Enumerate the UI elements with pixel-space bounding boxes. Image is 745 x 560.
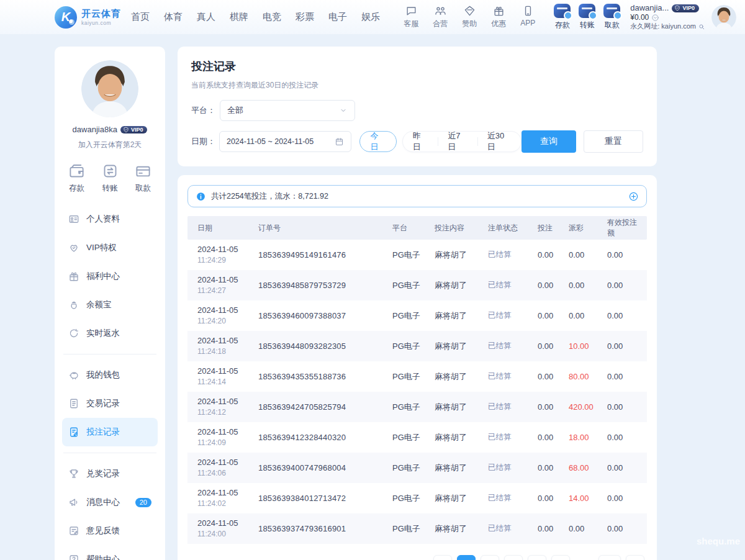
cell-status: 已结算 <box>484 402 534 412</box>
cell-date: 2024-11-0511:24:02 <box>187 487 255 509</box>
table-row[interactable]: 2024-11-0511:24:201853639460097388037PG电… <box>187 300 647 331</box>
table-header-cell: 投注内容 <box>431 223 484 233</box>
cell-order: 1853639374793616901 <box>255 524 389 533</box>
table-header-cell: 平台 <box>389 223 431 233</box>
sidebar-item-label: 余额宝 <box>86 299 112 310</box>
nav-withdraw-card[interactable]: 取款 <box>603 4 620 30</box>
info-icon <box>196 191 206 202</box>
cell-status: 已结算 <box>484 250 534 260</box>
table-row[interactable]: 2024-11-0511:24:061853639400747968004PG电… <box>187 453 647 483</box>
cell-payout: 14.00 <box>565 494 603 503</box>
cell-valid: 0.00 <box>603 281 647 290</box>
nav-diamond[interactable]: 赞助 <box>459 5 479 29</box>
nav-item-棋牌[interactable]: 棋牌 <box>230 11 248 23</box>
sidebar-item-docpen[interactable]: 投注记录 <box>62 418 158 446</box>
nav-people[interactable]: 合营 <box>430 5 450 29</box>
gift-icon <box>68 271 79 282</box>
table-row[interactable]: 2024-11-0511:24:141853639435355188736PG电… <box>187 361 647 392</box>
gift-icon <box>493 5 505 17</box>
cell-order: 1853639485879753729 <box>255 281 389 290</box>
table-row[interactable]: 2024-11-0511:24:001853639374793616901PG电… <box>187 513 647 544</box>
cell-platform: PG电子 <box>389 371 431 382</box>
table-row[interactable]: 2024-11-0511:24:021853639384012713472PG电… <box>187 483 647 513</box>
sidebar-item-piggy[interactable]: 我的钱包 <box>62 361 158 389</box>
nav-transfer-card[interactable]: 转账 <box>579 4 595 30</box>
cell-content: 麻将胡了 <box>431 250 484 261</box>
page-button-3[interactable]: 3 <box>504 555 523 560</box>
sidebar-action-card[interactable]: 取款 <box>135 163 151 194</box>
platform-select[interactable]: 全部 <box>220 100 355 121</box>
sidebar-item-pot[interactable]: 余额宝 <box>62 291 158 319</box>
reset-button[interactable]: 重置 <box>584 130 643 153</box>
table-header-cell: 投注 <box>534 223 565 233</box>
sidebar-item-label: 我的钱包 <box>86 369 120 381</box>
nav-item-真人[interactable]: 真人 <box>197 11 215 23</box>
quick-date-1[interactable]: 昨日 <box>403 130 438 153</box>
cell-bet: 0.00 <box>534 494 565 503</box>
page-ellipsis: ··· <box>575 555 594 560</box>
query-button[interactable]: 查询 <box>522 130 576 153</box>
refresh-balance-icon[interactable] <box>651 14 659 22</box>
phone-icon <box>522 5 534 17</box>
table-row[interactable]: 2024-11-0511:24:181853639448093282305PG电… <box>187 331 647 361</box>
table-row[interactable]: 2024-11-0511:24:271853639485879753729PG电… <box>187 270 647 300</box>
page-button-1[interactable]: 1 <box>457 555 476 560</box>
page-prev-button[interactable] <box>433 555 452 560</box>
sidebar-item-megaphone[interactable]: 消息中心20 <box>62 488 158 517</box>
page-next-button[interactable] <box>626 555 644 560</box>
sidebar-item-doc[interactable]: 交易记录 <box>62 389 158 418</box>
nav-chat[interactable]: 客服 <box>401 5 421 29</box>
nav-item-体育[interactable]: 体育 <box>164 11 183 23</box>
sidebar-action-wallet[interactable]: 存款 <box>68 163 85 194</box>
quick-date-2[interactable]: 近7日 <box>438 130 477 153</box>
nav-item-娱乐[interactable]: 娱乐 <box>361 11 380 23</box>
nav-item-首页[interactable]: 首页 <box>131 11 150 23</box>
page-button-4[interactable]: 4 <box>528 555 546 560</box>
page-button-5[interactable]: 5 <box>551 555 570 560</box>
sidebar-quick-actions: 存款转账取款 <box>62 163 158 194</box>
transfer-card-icon <box>579 4 595 18</box>
quick-date-buttons: 今日昨日近7日近30日 <box>359 131 522 152</box>
filter-card: 投注记录 当前系统支持查询最近30日的投注记录 平台： 全部 日期： 2024-… <box>178 47 657 166</box>
trophy-icon <box>68 468 79 479</box>
table-row[interactable]: 2024-11-0511:24:291853639495149161476PG电… <box>187 240 647 270</box>
date-range-input[interactable]: 2024-11-05 ~ 2024-11-05 <box>219 131 352 152</box>
quick-date-today[interactable]: 今日 <box>359 131 396 152</box>
sidebar-divider <box>63 354 156 355</box>
sidebar-item-help[interactable]: 帮助中心 <box>62 545 158 560</box>
nav-deposit-card[interactable]: 存款 <box>554 4 571 30</box>
summary-bar: 共计2254笔投注，流水：8,721.92 <box>187 185 647 207</box>
nav-qicon-label: 合营 <box>433 19 448 29</box>
cell-order: 1853639400747968004 <box>255 463 389 472</box>
sidebar-action-transfer[interactable]: 转账 <box>102 163 119 194</box>
expand-plus-icon[interactable] <box>628 191 639 202</box>
cell-content: 麻将胡了 <box>431 371 484 382</box>
cell-payout: 10.00 <box>565 341 603 351</box>
cell-bet: 0.00 <box>534 463 565 472</box>
magnifier-icon[interactable] <box>698 23 705 30</box>
quick-date-3[interactable]: 近30日 <box>477 130 521 153</box>
table-row[interactable]: 2024-11-0511:24:091853639412328440320PG电… <box>187 422 647 453</box>
cell-date: 2024-11-0511:24:06 <box>187 457 255 479</box>
sidebar-avatar[interactable] <box>81 60 138 117</box>
nav-phone[interactable]: APP <box>518 5 538 29</box>
sidebar-item-feedback[interactable]: 意见反馈 <box>62 517 158 545</box>
sidebar-item-gift[interactable]: 福利中心 <box>62 262 158 291</box>
brand-logo[interactable]: K 开云体育 kaiyun.com <box>55 6 121 29</box>
nav-gift[interactable]: 优惠 <box>489 5 508 29</box>
sidebar-item-vip[interactable]: VIP特权 <box>62 233 158 262</box>
page-button-226[interactable]: 226 <box>598 555 621 560</box>
nav-item-彩票[interactable]: 彩票 <box>296 11 314 23</box>
user-avatar[interactable] <box>711 5 736 30</box>
nav-item-电子[interactable]: 电子 <box>328 11 347 23</box>
sidebar-item-refresh[interactable]: 实时返水 <box>62 319 158 348</box>
nav-username[interactable]: dawanjia... <box>630 3 669 13</box>
page-button-2[interactable]: 2 <box>481 555 499 560</box>
sidebar-item-trophy[interactable]: 兑奖记录 <box>62 459 158 488</box>
nav-wicon-label: 存款 <box>555 20 570 30</box>
table-row[interactable]: 2024-11-0511:24:121853639424705825794PG电… <box>187 392 647 422</box>
cell-platform: PG电子 <box>389 310 431 322</box>
table-header-row: 日期订单号平台投注内容注单状态投注派彩有效投注额 <box>187 216 647 240</box>
sidebar-item-idcard[interactable]: 个人资料 <box>62 205 158 233</box>
nav-item-电竞[interactable]: 电竞 <box>263 11 281 23</box>
